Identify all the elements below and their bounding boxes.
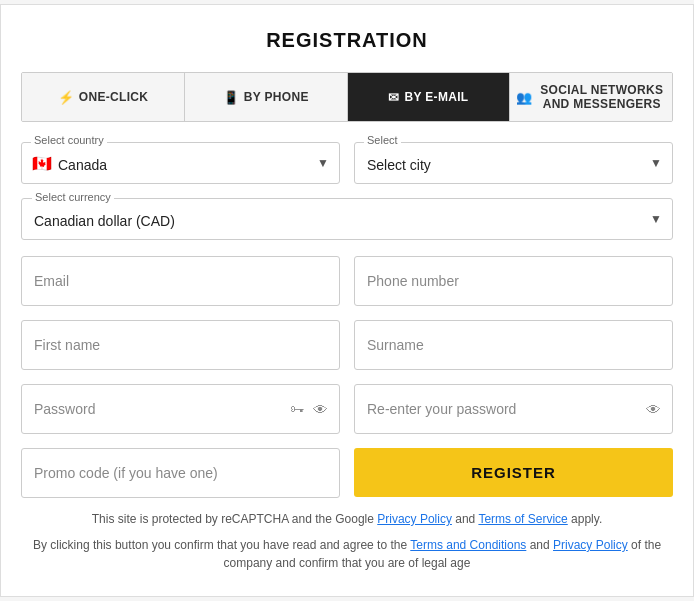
- email-input[interactable]: [21, 256, 340, 306]
- country-select-wrapper: 🇨🇦 Canada United States United Kingdom ▼: [21, 142, 340, 184]
- recaptcha-apply: apply.: [568, 512, 602, 526]
- promo-input[interactable]: [21, 448, 340, 498]
- tab-by-email-label: BY E-MAIL: [405, 90, 469, 104]
- tab-social[interactable]: 👥 SOCIAL NETWORKS AND MESSENGERS: [510, 73, 672, 121]
- country-label: Select country: [31, 134, 107, 146]
- social-icon: 👥: [516, 90, 532, 105]
- promo-register-row: REGISTER: [21, 448, 673, 498]
- email-icon: ✉: [388, 90, 399, 105]
- lightning-icon: ⚡: [58, 90, 74, 105]
- registration-container: REGISTRATION ⚡ ONE-CLICK 📱 BY PHONE ✉ BY…: [0, 4, 694, 597]
- disclaimer-and: and: [526, 538, 553, 552]
- tab-by-phone-label: BY PHONE: [244, 90, 309, 104]
- city-group: Select Select city Toronto Vancouver Mon…: [354, 142, 673, 184]
- tab-social-label: SOCIAL NETWORKS AND MESSENGERS: [538, 83, 666, 111]
- firstname-group: [21, 320, 340, 370]
- privacy-policy2-link[interactable]: Privacy Policy: [553, 538, 628, 552]
- tab-bar: ⚡ ONE-CLICK 📱 BY PHONE ✉ BY E-MAIL 👥 SOC…: [21, 72, 673, 122]
- recaptcha-text: This site is protected by reCAPTCHA and …: [21, 512, 673, 526]
- city-select[interactable]: Select city Toronto Vancouver Montreal: [355, 143, 672, 183]
- terms-disclaimer: By clicking this button you confirm that…: [21, 536, 673, 572]
- promo-group: [21, 448, 340, 498]
- recaptcha-prefix: This site is protected by reCAPTCHA and …: [92, 512, 377, 526]
- repassword-eye-icon[interactable]: 👁: [646, 401, 661, 418]
- privacy-policy-link[interactable]: Privacy Policy: [377, 512, 452, 526]
- tab-one-click-label: ONE-CLICK: [79, 90, 148, 104]
- tab-by-email[interactable]: ✉ BY E-MAIL: [348, 73, 511, 121]
- country-city-row: Select country 🇨🇦 Canada United States U…: [21, 142, 673, 184]
- tab-one-click[interactable]: ⚡ ONE-CLICK: [22, 73, 185, 121]
- repassword-wrapper: 👁: [354, 384, 673, 434]
- disclaimer-prefix: By clicking this button you confirm that…: [33, 538, 410, 552]
- terms-conditions-link[interactable]: Terms and Conditions: [410, 538, 526, 552]
- repassword-group: 👁: [354, 384, 673, 434]
- email-phone-row: [21, 256, 673, 306]
- currency-group: Select currency Canadian dollar (CAD) US…: [21, 198, 673, 240]
- city-select-wrapper: Select city Toronto Vancouver Montreal ▼: [354, 142, 673, 184]
- page-title: REGISTRATION: [21, 29, 673, 52]
- surname-input[interactable]: [354, 320, 673, 370]
- currency-select[interactable]: Canadian dollar (CAD) US Dollar (USD) Eu…: [22, 199, 672, 239]
- phone-input[interactable]: [354, 256, 673, 306]
- country-group: Select country 🇨🇦 Canada United States U…: [21, 142, 340, 184]
- phone-icon: 📱: [223, 90, 239, 105]
- city-label: Select: [364, 134, 401, 146]
- surname-group: [354, 320, 673, 370]
- repassword-input[interactable]: [354, 384, 673, 434]
- name-row: [21, 320, 673, 370]
- password-group: 🗝 👁: [21, 384, 340, 434]
- firstname-input[interactable]: [21, 320, 340, 370]
- recaptcha-and: and: [452, 512, 478, 526]
- country-select[interactable]: Canada United States United Kingdom: [22, 143, 339, 183]
- key-icon[interactable]: 🗝: [290, 401, 304, 417]
- currency-label: Select currency: [32, 191, 114, 203]
- phone-group: [354, 256, 673, 306]
- email-group: [21, 256, 340, 306]
- terms-service-link[interactable]: Terms of Service: [478, 512, 567, 526]
- password-row: 🗝 👁 👁: [21, 384, 673, 434]
- register-button[interactable]: REGISTER: [354, 448, 673, 497]
- password-wrapper: 🗝 👁: [21, 384, 340, 434]
- tab-by-phone[interactable]: 📱 BY PHONE: [185, 73, 348, 121]
- register-group: REGISTER: [354, 448, 673, 498]
- eye-icon[interactable]: 👁: [313, 401, 328, 418]
